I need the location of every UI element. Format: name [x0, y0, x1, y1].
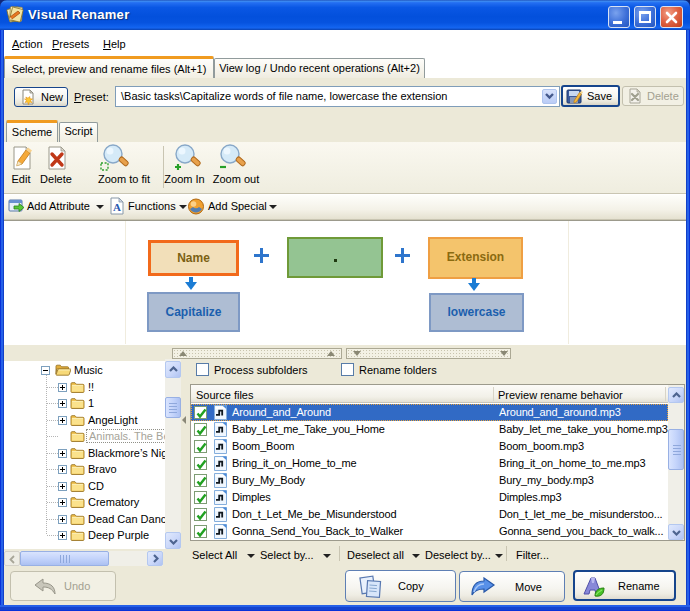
svg-text:A: A	[113, 201, 121, 213]
